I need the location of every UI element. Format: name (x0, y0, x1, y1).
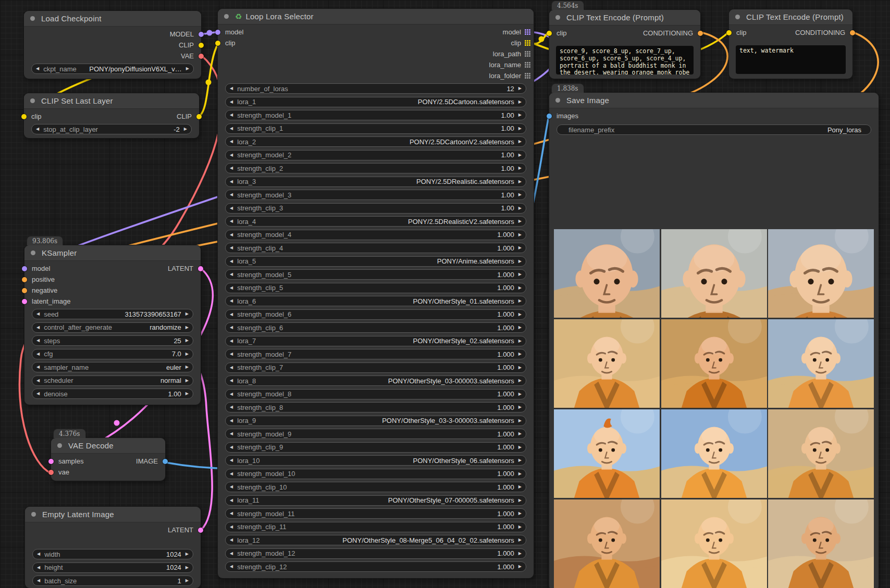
widget-value[interactable]: 1.000 (295, 271, 514, 279)
widget-stop_at_clip_layer[interactable]: ◀stop_at_clip_layer-2▶ (31, 124, 192, 134)
decrement-arrow-icon[interactable]: ◀ (230, 219, 233, 223)
input-slot-negative[interactable]: negative (24, 285, 57, 296)
increment-arrow-icon[interactable]: ▶ (518, 445, 522, 449)
decrement-arrow-icon[interactable]: ◀ (230, 498, 233, 503)
widget-lora_10[interactable]: ◀lora_10PONY/OtherStyle_06.safetensors▶ (225, 455, 526, 466)
collapse-dot-icon[interactable] (735, 15, 740, 19)
node-clip-text-encode-negative[interactable]: CLIP Text Encode (Prompt) clipCONDITIONI… (728, 9, 853, 79)
increment-arrow-icon[interactable]: ▶ (518, 498, 522, 503)
widget-batch_size[interactable]: ◀batch_size1▶ (32, 576, 193, 586)
input-dot-conditioning[interactable] (22, 288, 27, 293)
increment-arrow-icon[interactable]: ▶ (518, 565, 522, 569)
output-slot-MODEL[interactable]: MODEL (170, 29, 201, 40)
input-dot-clip[interactable] (215, 41, 220, 46)
increment-arrow-icon[interactable]: ▶ (518, 180, 522, 184)
widget-value[interactable]: 1.000 (287, 324, 514, 332)
widget-value[interactable]: randomize (116, 323, 181, 331)
decrement-arrow-icon[interactable]: ◀ (36, 127, 39, 131)
increment-arrow-icon[interactable]: ▶ (518, 219, 522, 223)
increment-arrow-icon[interactable]: ▶ (518, 193, 522, 197)
increment-arrow-icon[interactable]: ▶ (518, 339, 522, 343)
widget-value[interactable]: 7.0 (57, 350, 181, 358)
increment-arrow-icon[interactable]: ▶ (186, 339, 189, 343)
widget-strength_clip_12[interactable]: ◀strength_clip_121.000▶ (225, 561, 526, 572)
output-slot-LATENT[interactable]: LATENT (168, 263, 201, 274)
output-dot-conditioning[interactable] (698, 31, 703, 36)
widget-value[interactable]: 1.000 (299, 549, 514, 557)
prompt-text-input[interactable]: score_9, score_8_up, score_7_up, score_6… (556, 46, 694, 74)
input-slot-samples[interactable]: samples (51, 456, 83, 467)
decrement-arrow-icon[interactable]: ◀ (230, 472, 233, 476)
comfyui-canvas[interactable]: { "colors": { "model": "#a78bfa", "clip"… (0, 0, 890, 588)
widget-strength_clip_1[interactable]: ◀strength_clip_11.00▶ (225, 123, 526, 134)
input-slot-clip[interactable]: clip (549, 28, 567, 39)
increment-arrow-icon[interactable]: ▶ (518, 326, 522, 330)
output-slot-IMAGE[interactable]: IMAGE (136, 456, 165, 467)
decrement-arrow-icon[interactable]: ◀ (36, 392, 40, 396)
decrement-arrow-icon[interactable]: ◀ (37, 566, 40, 570)
widget-strength_clip_11[interactable]: ◀strength_clip_111.000▶ (225, 522, 526, 532)
increment-arrow-icon[interactable]: ▶ (186, 579, 189, 583)
increment-arrow-icon[interactable]: ▶ (518, 259, 522, 264)
output-slot-CLIP[interactable]: CLIP (179, 40, 201, 51)
widget-value[interactable]: 25 (64, 337, 181, 345)
widget-lora_4[interactable]: ◀lora_4PONY/2.5DRealisticV2.safetensors▶ (225, 216, 526, 227)
decrement-arrow-icon[interactable]: ◀ (36, 365, 40, 369)
widget-value[interactable]: 1.000 (287, 443, 514, 451)
node-header[interactable]: Save Image (549, 93, 879, 108)
widget-value[interactable]: euler (93, 364, 181, 371)
increment-arrow-icon[interactable]: ▶ (518, 538, 522, 542)
widget-value[interactable]: 1.000 (291, 483, 514, 491)
increment-arrow-icon[interactable]: ▶ (186, 67, 189, 71)
increment-arrow-icon[interactable]: ▶ (518, 153, 522, 157)
node-header[interactable]: CLIP Text Encode (Prompt) (729, 9, 852, 25)
input-dot-clip[interactable] (726, 30, 732, 35)
widget-lora_2[interactable]: ◀lora_2PONY/2.5DCartoonV2.safetensors▶ (225, 136, 526, 147)
widget-strength_clip_10[interactable]: ◀strength_clip_101.000▶ (225, 482, 526, 492)
widget-value[interactable]: 1.000 (287, 284, 514, 292)
widget-strength_clip_4[interactable]: ◀strength_clip_41.000▶ (225, 243, 526, 253)
output-slot-clip[interactable]: clip (511, 37, 534, 48)
widget-value[interactable]: PONY/OtherStyle_07-000005.safetensors (264, 496, 514, 504)
node-clip-set-last-layer[interactable]: CLIP Set Last Layer clipCLIP ◀stop_at_cl… (23, 93, 200, 139)
increment-arrow-icon[interactable]: ▶ (518, 312, 522, 317)
widget-value[interactable]: 1.00 (287, 124, 514, 132)
widget-lora_1[interactable]: ◀lora_1PONY/2.5DCartoon.safetensors▶ (225, 97, 526, 107)
decrement-arrow-icon[interactable]: ◀ (230, 153, 233, 157)
decrement-arrow-icon[interactable]: ◀ (230, 286, 233, 290)
decrement-arrow-icon[interactable]: ◀ (230, 166, 233, 170)
increment-arrow-icon[interactable]: ▶ (518, 233, 522, 237)
widget-value[interactable]: normal (78, 377, 181, 384)
list-output-grid-icon[interactable] (525, 51, 530, 57)
output-dot-image[interactable] (163, 459, 168, 464)
widget-strength_model_3[interactable]: ◀strength_model_31.00▶ (225, 190, 526, 200)
prompt-text-input[interactable]: text, watermark (736, 45, 846, 74)
decrement-arrow-icon[interactable]: ◀ (230, 193, 233, 197)
widget-value[interactable]: 1.000 (295, 310, 514, 318)
widget-value[interactable]: -2 (102, 126, 180, 133)
decrement-arrow-icon[interactable]: ◀ (230, 392, 233, 396)
widget-scheduler[interactable]: ◀schedulernormal▶ (32, 376, 193, 386)
collapse-dot-icon[interactable] (31, 512, 36, 517)
widget-value[interactable]: 1.00 (295, 151, 514, 159)
increment-arrow-icon[interactable]: ▶ (518, 419, 522, 423)
decrement-arrow-icon[interactable]: ◀ (230, 525, 233, 529)
widget-sampler_name[interactable]: ◀sampler_nameeuler▶ (32, 362, 193, 372)
widget-value[interactable]: PONY/OtherStyle_06.safetensors (264, 457, 514, 465)
widget-ckpt_name[interactable]: ◀ckpt_namePONY/ponyDiffusionV6XL_v…▶ (31, 64, 194, 74)
widget-strength_clip_7[interactable]: ◀strength_clip_71.000▶ (225, 362, 526, 373)
widget-value[interactable]: PONY/2.5DCartoonV2.safetensors (260, 138, 514, 146)
increment-arrow-icon[interactable]: ▶ (186, 352, 189, 356)
decrement-arrow-icon[interactable]: ◀ (36, 352, 40, 356)
increment-arrow-icon[interactable]: ▶ (518, 246, 522, 250)
input-slot-vae[interactable]: vae (51, 467, 69, 478)
widget-value[interactable]: 12 (292, 85, 514, 93)
decrement-arrow-icon[interactable]: ◀ (230, 312, 233, 317)
increment-arrow-icon[interactable]: ▶ (518, 405, 522, 409)
input-dot-image[interactable] (547, 114, 552, 119)
widget-value[interactable]: 1024 (65, 551, 181, 558)
widget-filename_prefix[interactable]: filename_prefixPony_loras (557, 124, 871, 135)
decrement-arrow-icon[interactable]: ◀ (230, 511, 233, 516)
widget-strength_model_7[interactable]: ◀strength_model_71.000▶ (225, 349, 526, 359)
increment-arrow-icon[interactable]: ▶ (518, 511, 522, 516)
